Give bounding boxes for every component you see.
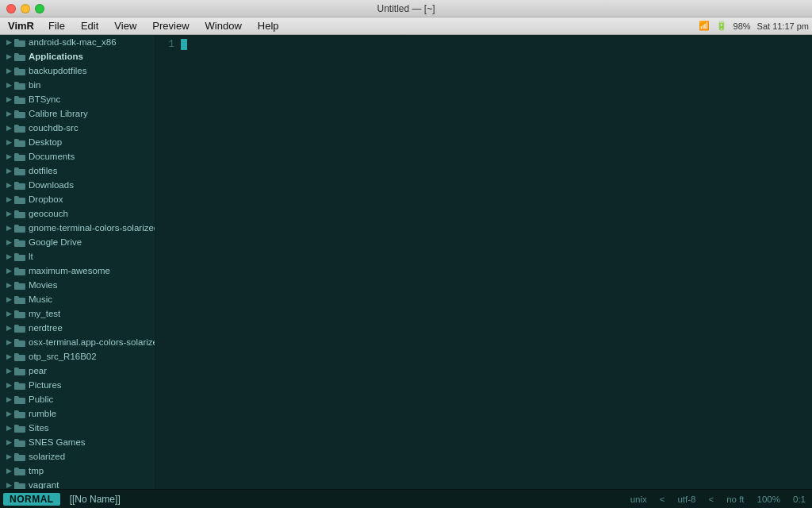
sidebar-item[interactable]: ▶Pictures bbox=[0, 378, 155, 392]
folder-icon bbox=[14, 481, 25, 490]
sidebar-item[interactable]: ▶android-sdk-mac_x86 bbox=[0, 35, 155, 49]
sidebar-item-label: nerdtree bbox=[29, 323, 63, 333]
sidebar-item[interactable]: ▶Applications bbox=[0, 49, 155, 64]
maximize-button[interactable] bbox=[35, 4, 44, 13]
folder-arrow-icon: ▶ bbox=[5, 224, 13, 232]
menu-help[interactable]: Help bbox=[251, 18, 285, 33]
sidebar-item[interactable]: ▶couchdb-src bbox=[0, 121, 155, 135]
sidebar[interactable]: ▶android-sdk-mac_x86▶Applications▶backup… bbox=[0, 35, 155, 489]
sidebar-item[interactable]: ▶otp_src_R16B02 bbox=[0, 349, 155, 364]
folder-arrow-icon: ▶ bbox=[5, 481, 13, 489]
menu-file[interactable]: File bbox=[42, 18, 71, 33]
folder-icon bbox=[14, 210, 25, 218]
menu-window[interactable]: Window bbox=[199, 18, 248, 33]
sidebar-item-label: lt bbox=[29, 252, 33, 261]
sidebar-item[interactable]: ▶nerdtree bbox=[0, 321, 155, 335]
folder-arrow-icon: ▶ bbox=[5, 210, 13, 217]
sidebar-item-label: dotfiles bbox=[29, 166, 57, 175]
editor-content[interactable]: 1 bbox=[155, 35, 812, 489]
folder-icon bbox=[14, 167, 25, 175]
sidebar-item[interactable]: ▶Dropbox bbox=[0, 192, 155, 206]
close-button[interactable] bbox=[6, 4, 16, 13]
sidebar-item[interactable]: ▶Documents bbox=[0, 149, 155, 164]
statusbar: NORMAL [[No Name]] unix < utf-8 < no ft … bbox=[0, 489, 812, 508]
sidebar-item[interactable]: ▶Desktop bbox=[0, 135, 155, 149]
folder-icon bbox=[14, 252, 25, 261]
sidebar-item[interactable]: ▶Movies bbox=[0, 278, 155, 292]
time-display: Sat 11:17 pm bbox=[757, 21, 809, 31]
folder-arrow-icon: ▶ bbox=[5, 181, 13, 189]
folder-arrow-icon: ▶ bbox=[5, 167, 13, 175]
cursor bbox=[181, 39, 187, 50]
folder-icon bbox=[14, 438, 25, 447]
window-title: Untitled — [~] bbox=[377, 3, 435, 14]
sidebar-item-label: tmp bbox=[29, 466, 44, 475]
folder-icon bbox=[14, 195, 25, 204]
sidebar-item[interactable]: ▶dotfiles bbox=[0, 164, 155, 178]
sidebar-item-label: android-sdk-mac_x86 bbox=[29, 37, 117, 47]
folder-icon bbox=[14, 224, 25, 233]
folder-arrow-icon: ▶ bbox=[5, 310, 13, 318]
sidebar-item[interactable]: ▶Google Drive bbox=[0, 235, 155, 249]
sidebar-item-label: solarized bbox=[29, 452, 65, 461]
sidebar-item[interactable]: ▶bin bbox=[0, 78, 155, 92]
sidebar-item-label: geocouch bbox=[29, 209, 68, 218]
sidebar-item-label: Dropbox bbox=[29, 194, 63, 204]
menu-preview[interactable]: Preview bbox=[146, 18, 195, 33]
sidebar-item[interactable]: ▶gnome-terminal-colors-solarized bbox=[0, 221, 155, 235]
folder-arrow-icon: ▶ bbox=[5, 367, 13, 375]
sidebar-item[interactable]: ▶SNES Games bbox=[0, 435, 155, 449]
sidebar-item[interactable]: ▶rumble bbox=[0, 406, 155, 421]
app-menu[interactable]: VimR bbox=[3, 18, 39, 33]
sidebar-item[interactable]: ▶my_test bbox=[0, 306, 155, 321]
folder-icon bbox=[14, 138, 25, 147]
sidebar-item[interactable]: ▶geocouch bbox=[0, 206, 155, 221]
minimize-button[interactable] bbox=[21, 4, 30, 13]
app-name: VimR bbox=[8, 20, 34, 32]
sidebar-item[interactable]: ▶maximum-awesome bbox=[0, 264, 155, 278]
sidebar-item[interactable]: ▶lt bbox=[0, 249, 155, 264]
folder-icon bbox=[14, 95, 25, 104]
sidebar-item[interactable]: ▶solarized bbox=[0, 449, 155, 464]
folder-icon bbox=[14, 424, 25, 433]
folder-arrow-icon: ▶ bbox=[5, 338, 13, 346]
sidebar-item[interactable]: ▶Sites bbox=[0, 421, 155, 435]
folder-arrow-icon: ▶ bbox=[5, 81, 13, 89]
folder-icon bbox=[14, 67, 25, 75]
line-number-1: 1 bbox=[155, 38, 181, 50]
editor-area[interactable]: 1 bbox=[155, 35, 812, 489]
status-zoom: 100% bbox=[757, 495, 780, 504]
status-filetype: no ft bbox=[726, 495, 744, 504]
folder-icon bbox=[14, 467, 25, 475]
sidebar-item[interactable]: ▶osx-terminal.app-colors-solarized bbox=[0, 335, 155, 349]
folder-icon bbox=[14, 81, 25, 90]
sidebar-item-label: Desktop bbox=[29, 137, 62, 147]
status-encoding: unix bbox=[630, 495, 647, 504]
folder-arrow-icon: ▶ bbox=[5, 67, 13, 75]
sidebar-item[interactable]: ▶Public bbox=[0, 392, 155, 406]
folder-arrow-icon: ▶ bbox=[5, 438, 13, 446]
sidebar-item[interactable]: ▶tmp bbox=[0, 464, 155, 478]
sidebar-item[interactable]: ▶Music bbox=[0, 292, 155, 306]
menu-view[interactable]: View bbox=[108, 18, 143, 33]
folder-arrow-icon: ▶ bbox=[5, 324, 13, 332]
sidebar-item[interactable]: ▶Calibre Library bbox=[0, 106, 155, 121]
folder-icon bbox=[14, 124, 25, 133]
sidebar-item[interactable]: ▶vagrant bbox=[0, 478, 155, 489]
menu-edit[interactable]: Edit bbox=[75, 18, 105, 33]
folder-icon bbox=[14, 238, 25, 247]
sidebar-item-label: bin bbox=[29, 80, 40, 90]
sidebar-item-label: SNES Games bbox=[29, 437, 86, 447]
sidebar-item[interactable]: ▶BTSync bbox=[0, 92, 155, 106]
sidebar-item-label: my_test bbox=[29, 309, 60, 318]
folder-icon bbox=[14, 152, 25, 161]
folder-icon bbox=[14, 338, 25, 347]
folder-arrow-icon: ▶ bbox=[5, 110, 13, 117]
folder-arrow-icon: ▶ bbox=[5, 138, 13, 146]
editor-line-1: 1 bbox=[155, 38, 812, 50]
sidebar-item-label: maximum-awesome bbox=[29, 266, 110, 275]
folder-arrow-icon: ▶ bbox=[5, 452, 13, 460]
sidebar-item[interactable]: ▶Downloads bbox=[0, 178, 155, 192]
sidebar-item[interactable]: ▶pear bbox=[0, 364, 155, 378]
sidebar-item[interactable]: ▶backupdotfiles bbox=[0, 64, 155, 78]
